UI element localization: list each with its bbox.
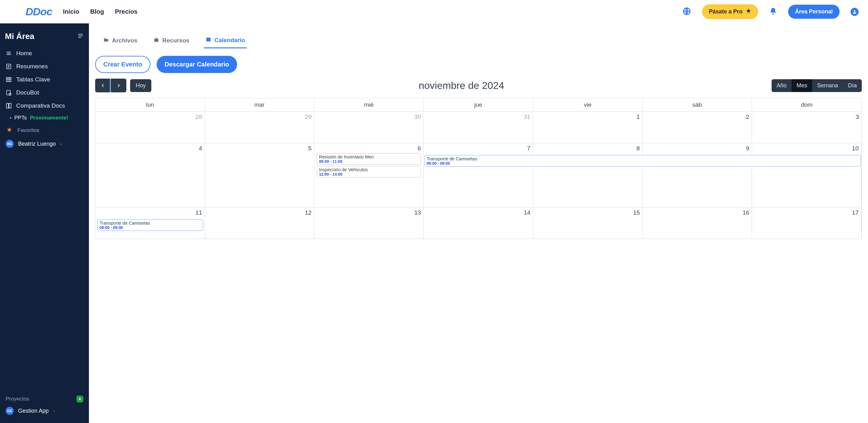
add-project-button[interactable]: + xyxy=(76,395,83,402)
event-time: 12:00 - 14:00 xyxy=(319,172,419,176)
event-title: Inspección de Vehículos xyxy=(319,167,419,172)
weekday-label: mié xyxy=(314,98,424,111)
menu-toggle-icon[interactable] xyxy=(77,32,84,40)
projects-label: Proyectos xyxy=(6,396,29,402)
tab-recursos[interactable]: Recursos xyxy=(152,33,191,48)
personal-area-button[interactable]: Área Personal xyxy=(788,5,840,19)
day-number: 12 xyxy=(208,209,312,216)
svg-point-1 xyxy=(854,10,855,11)
create-event-button[interactable]: Crear Evento xyxy=(95,56,150,73)
event-time: 09:00 - 09:00 xyxy=(99,226,201,230)
calendar-cell[interactable]: 13 xyxy=(314,207,424,239)
calendar-cell[interactable]: 16 xyxy=(643,207,752,239)
user-name: Beatriz Luengo xyxy=(18,141,56,147)
sidebar-item-tablas[interactable]: Tablas Clave xyxy=(4,73,85,86)
dot-icon xyxy=(10,117,11,119)
sidebar-item-label: Comparativa Docs xyxy=(16,102,65,109)
remove-project-button[interactable]: - xyxy=(53,408,55,414)
calendar-cell[interactable]: 9 xyxy=(643,143,752,207)
day-number: 3 xyxy=(754,113,859,121)
next-button[interactable] xyxy=(111,78,126,92)
tab-label: Calendario xyxy=(214,37,245,44)
day-number: 10 xyxy=(754,144,859,152)
sidebar: Mi Área Home Resumenes Tablas Clave Docu… xyxy=(0,23,89,423)
sidebar-user-row[interactable]: BE Beatriz Luengo - xyxy=(4,137,85,150)
calendar-multi-day-event[interactable]: Transporte de Camisetas 09:00 - 09:00 xyxy=(424,155,861,167)
prev-button[interactable] xyxy=(95,78,111,92)
today-button[interactable]: Hoy xyxy=(130,79,151,92)
calendar-cell[interactable]: 2 xyxy=(643,112,752,143)
calendar-cell[interactable]: 17 xyxy=(752,207,862,239)
nav-link-inicio[interactable]: Inicio xyxy=(63,8,79,15)
svg-rect-4 xyxy=(6,91,10,95)
weekday-label: lun xyxy=(95,98,205,111)
logo[interactable]: DDoc xyxy=(26,6,52,18)
avatar-icon[interactable] xyxy=(850,8,859,16)
calendar-cell[interactable]: 6 Revisión de Inventario Men 09:00 - 11:… xyxy=(314,143,424,207)
view-month-button[interactable]: Mes xyxy=(792,79,812,92)
sidebar-item-docubot[interactable]: DocuBot xyxy=(4,86,85,99)
nav-link-blog[interactable]: Blog xyxy=(90,8,104,15)
tab-calendario[interactable]: Calendario xyxy=(204,33,247,48)
day-number: 16 xyxy=(645,209,749,216)
download-calendar-button[interactable]: Descargar Calendario xyxy=(157,56,238,73)
svg-rect-8 xyxy=(154,39,159,42)
calendar-cell[interactable]: 12 xyxy=(205,207,314,239)
upgrade-pro-label: Pásate a Pro xyxy=(709,8,743,15)
day-number: 31 xyxy=(426,113,530,121)
bell-icon[interactable] xyxy=(769,7,777,17)
sidebar-item-label: Home xyxy=(16,50,32,57)
sidebar-item-label: DocuBot xyxy=(16,89,39,96)
calendar-cell[interactable]: 14 xyxy=(424,207,533,239)
tab-label: Recursos xyxy=(162,37,189,44)
day-number: 17 xyxy=(754,209,859,216)
day-number: 2 xyxy=(645,113,749,121)
calendar-cell[interactable]: 30 xyxy=(314,112,424,143)
sidebar-item-comparativa[interactable]: Comparativa Docs xyxy=(4,99,85,112)
nav-link-precios[interactable]: Precios xyxy=(115,8,137,15)
event-title: Transporte de Camisetas xyxy=(427,156,859,161)
calendar-cell[interactable]: 15 xyxy=(533,207,643,239)
sidebar-project-row[interactable]: GE Gestion App - xyxy=(4,404,85,417)
sidebar-item-home[interactable]: Home xyxy=(4,47,85,60)
view-week-button[interactable]: Semana xyxy=(812,79,843,92)
view-year-button[interactable]: Año xyxy=(772,79,792,92)
calendar-cell[interactable]: 8 xyxy=(533,143,643,207)
calendar-event[interactable]: Transporte de Camisetas 09:00 - 09:00 xyxy=(97,219,203,231)
calendar-cell[interactable]: 4 xyxy=(95,143,205,207)
project-avatar: GE xyxy=(6,407,14,415)
weekday-label: dom xyxy=(752,98,862,111)
remove-user-button[interactable]: - xyxy=(60,141,62,147)
calendar-cell[interactable]: 31 xyxy=(424,112,533,143)
coming-soon-label: Proximamente! xyxy=(30,115,68,121)
svg-rect-10 xyxy=(206,38,211,39)
folder-icon xyxy=(103,37,109,44)
calendar-weekday-header: lun mar mié jue vie sáb dom xyxy=(95,98,862,111)
sidebar-item-resumenes[interactable]: Resumenes xyxy=(4,60,85,73)
calendar-cell[interactable]: 10 xyxy=(752,143,862,207)
calendar-cell[interactable]: 3 xyxy=(752,112,862,143)
globe-icon[interactable] xyxy=(682,7,691,17)
upgrade-pro-button[interactable]: Pásate a Pro xyxy=(702,4,758,19)
day-number: 11 xyxy=(98,209,202,216)
sidebar-favorites[interactable]: Favoritos xyxy=(4,124,85,137)
weekday-label: vie xyxy=(533,98,643,111)
view-day-button[interactable]: Día xyxy=(843,79,862,92)
calendar-cell[interactable]: 28 xyxy=(95,112,205,143)
calendar-cell[interactable]: 7 xyxy=(424,143,533,207)
tab-archivos[interactable]: Archivos xyxy=(101,33,139,48)
calendar-cell[interactable]: 1 xyxy=(533,112,643,143)
calendar-cell[interactable]: 5 xyxy=(205,143,314,207)
calendar-title: noviembre de 2024 xyxy=(419,80,504,91)
calendar-cell[interactable]: 29 xyxy=(205,112,314,143)
calendar-row: 4 5 6 Revisión de Inventario Men 09:00 -… xyxy=(95,143,862,207)
favorites-label: Favoritos xyxy=(18,127,39,133)
day-number: 30 xyxy=(317,113,421,121)
sidebar-item-ppts[interactable]: PPTs Proximamente! xyxy=(4,112,85,124)
top-nav: DDoc Inicio Blog Precios Pásate a Pro Ár… xyxy=(0,0,868,23)
svg-rect-3 xyxy=(6,77,11,82)
calendar-nav-group xyxy=(95,78,126,92)
calendar-event[interactable]: Inspección de Vehículos 12:00 - 14:00 xyxy=(317,166,421,177)
calendar-event[interactable]: Revisión de Inventario Men 09:00 - 11:00 xyxy=(317,153,421,165)
day-number: 13 xyxy=(317,209,421,216)
